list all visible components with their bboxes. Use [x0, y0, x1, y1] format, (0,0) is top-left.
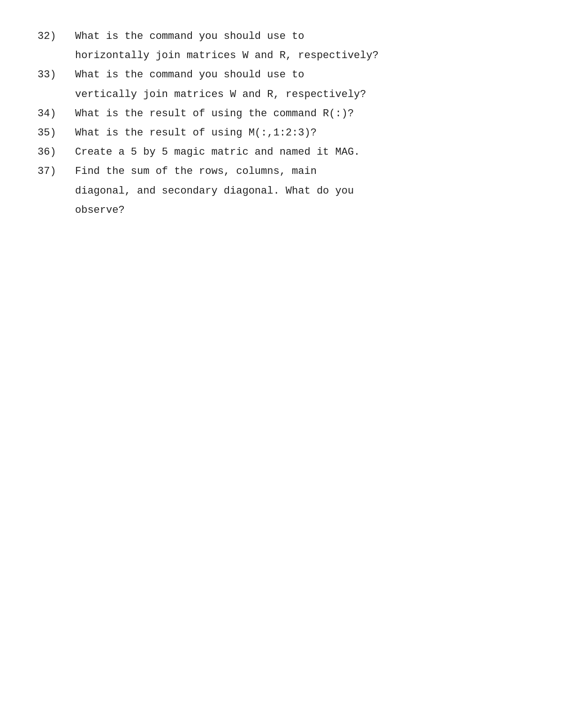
- question-34-number: 34): [38, 105, 75, 122]
- question-36-line1: Create a 5 by 5 magic matric and named i…: [75, 144, 525, 160]
- question-34: 34) What is the result of using the comm…: [38, 105, 525, 122]
- question-32-number: 32): [38, 28, 75, 45]
- question-37: 37) Find the sum of the rows, columns, m…: [38, 163, 525, 218]
- question-35: 35) What is the result of using M(:,1:2:…: [38, 125, 525, 141]
- question-37-line2: diagonal, and secondary diagonal. What d…: [38, 183, 525, 199]
- question-37-line3: observe?: [38, 202, 525, 218]
- question-35-line1: What is the result of using M(:,1:2:3)?: [75, 125, 525, 141]
- question-37-line1: Find the sum of the rows, columns, main: [75, 163, 525, 180]
- question-33-line1: What is the command you should use to: [75, 67, 525, 83]
- question-36: 36) Create a 5 by 5 magic matric and nam…: [38, 144, 525, 160]
- question-33-line2: vertically join matrices W and R, respec…: [38, 86, 525, 103]
- question-33: 33) What is the command you should use t…: [38, 67, 525, 102]
- question-37-number: 37): [38, 163, 75, 180]
- question-32: 32) What is the command you should use t…: [38, 28, 525, 64]
- question-36-number: 36): [38, 144, 75, 160]
- question-list: 32) What is the command you should use t…: [38, 28, 525, 218]
- question-33-number: 33): [38, 67, 75, 83]
- question-32-line2: horizontally join matrices W and R, resp…: [38, 47, 525, 64]
- question-34-line1: What is the result of using the command …: [75, 105, 525, 122]
- question-35-number: 35): [38, 125, 75, 141]
- question-32-line1: What is the command you should use to: [75, 28, 525, 45]
